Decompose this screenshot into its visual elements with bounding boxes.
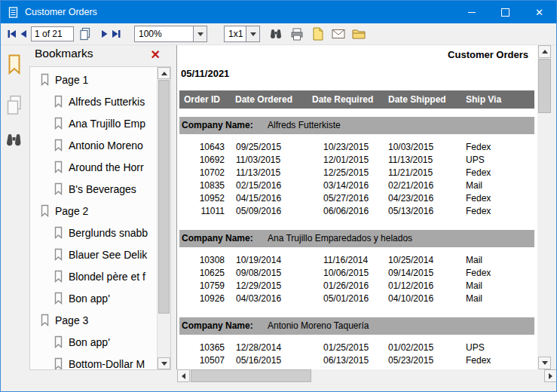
date-required-cell: 12/25/2015: [308, 167, 384, 179]
email-button[interactable]: [332, 26, 345, 41]
bookmark-icon: [54, 335, 63, 348]
layout-dropdown-button[interactable]: [246, 26, 259, 41]
bookmark-company-item[interactable]: Ana Trujillo Emp: [30, 112, 158, 134]
order-row: 1070211/13/201512/25/201511/21/2015Fedex: [179, 167, 534, 179]
bookmark-company-item[interactable]: B's Beverages: [30, 178, 158, 200]
printer-icon: [290, 28, 304, 41]
date-required-cell: 06/13/2015: [308, 354, 384, 367]
date-required-cell: 10/06/2015: [308, 267, 384, 280]
bookmark-icon: [54, 117, 63, 130]
order-row: 1050705/16/201506/13/201505/23/2015Fedex: [179, 354, 534, 367]
first-page-button[interactable]: [7, 26, 17, 41]
export-button[interactable]: [311, 26, 324, 41]
last-page-button[interactable]: [111, 26, 121, 41]
page-layout-value: 1x1: [225, 26, 246, 41]
bookmark-company-item[interactable]: Alfreds Futterkis: [30, 90, 158, 112]
ship-via-cell: Fedex: [461, 167, 534, 179]
order-row: 1092604/03/201605/01/201604/10/2016Mail: [179, 292, 534, 305]
scroll-right-button[interactable]: [544, 369, 557, 382]
bookmark-label: Page 3: [55, 314, 88, 326]
date-shipped-cell: 09/14/2015: [384, 267, 461, 280]
bookmark-page-item[interactable]: Page 3: [30, 309, 158, 331]
scroll-up-button[interactable]: [158, 67, 170, 79]
date-ordered-cell: 04/03/2016: [231, 292, 308, 305]
order-id-cell: 10759: [179, 280, 231, 292]
company-group-band: Company Name:Ana Trujillo Emparedados y …: [179, 230, 534, 247]
company-name-label: Company Name:: [179, 230, 268, 247]
date-ordered-cell: 02/15/2016: [231, 179, 308, 192]
minimize-button[interactable]: [454, 1, 488, 23]
sidebar-tab-search[interactable]: [1, 133, 27, 147]
bookmarks-scrollbar[interactable]: [157, 67, 170, 369]
sidebar-tab-bookmarks[interactable]: [1, 54, 27, 75]
date-required-cell: 06/06/2016: [308, 205, 384, 218]
report-table: Order ID Date Ordered Date Required Date…: [179, 90, 534, 369]
scrollbar-thumb[interactable]: [538, 59, 551, 113]
sidebar-tab-thumbnails[interactable]: [1, 95, 27, 116]
previous-page-button[interactable]: [19, 26, 28, 41]
order-row: 1095204/15/201605/27/201604/23/2016Fedex: [179, 192, 534, 205]
bookmark-company-item[interactable]: Bon app': [30, 331, 158, 353]
report-title: Customer Orders: [448, 49, 528, 60]
copy-page-button[interactable]: [78, 26, 92, 41]
bookmark-company-item[interactable]: Bon app': [30, 287, 158, 309]
pages-icon: [6, 95, 23, 116]
next-page-button[interactable]: [100, 26, 109, 41]
bookmark-company-item[interactable]: Bottom-Dollar M: [30, 353, 158, 369]
window-controls: ✕: [454, 1, 556, 23]
ship-via-cell: Mail: [461, 280, 534, 292]
close-button[interactable]: ✕: [522, 1, 556, 23]
find-button[interactable]: [269, 26, 283, 41]
maximize-icon: [501, 8, 510, 17]
bookmark-company-item[interactable]: Blondel père et f: [30, 265, 158, 287]
bookmarks-panel-title: Bookmarks: [35, 47, 93, 60]
company-name-value: Antonio Moreno Taquería: [268, 317, 369, 335]
bookmark-label: Ana Trujillo Emp: [69, 118, 145, 130]
date-shipped-cell: 02/21/2016: [384, 179, 461, 192]
date-required-cell: 05/01/2016: [308, 292, 384, 305]
bookmarks-close-button[interactable]: ✕: [151, 47, 161, 62]
bookmark-company-item[interactable]: Antonio Moreno: [30, 134, 158, 156]
report-vertical-scrollbar[interactable]: [537, 45, 552, 369]
date-shipped-cell: 04/23/2016: [384, 192, 461, 205]
scrollbar-thumb[interactable]: [191, 369, 311, 382]
bookmarks-tree-container: Page 1Alfreds FutterkisAna Trujillo EmpA…: [29, 66, 171, 370]
scroll-down-button[interactable]: [158, 357, 170, 369]
page-number-input[interactable]: [31, 26, 74, 41]
table-header-row: Order ID Date Ordered Date Required Date…: [179, 90, 534, 109]
date-required-cell: 03/14/2016: [308, 179, 384, 192]
order-id-cell: 10952: [179, 192, 231, 205]
bookmark-page-item[interactable]: Page 1: [30, 69, 158, 90]
order-row: 1062509/08/201510/06/201509/14/2015Fedex: [179, 267, 534, 280]
ship-via-cell: Fedex: [461, 192, 534, 205]
zoom-dropdown-button[interactable]: [193, 26, 207, 41]
scrollbar-thumb[interactable]: [158, 80, 170, 314]
bookmark-company-item[interactable]: Around the Horr: [30, 156, 158, 178]
date-shipped-cell: 04/10/2016: [384, 292, 461, 305]
bookmark-icon: [54, 95, 63, 108]
scroll-left-button[interactable]: [177, 369, 190, 382]
date-ordered-cell: 11/13/2015: [231, 167, 308, 179]
ship-via-cell: Fedex: [461, 205, 534, 218]
sidebar-tab-strip: [1, 45, 27, 391]
scroll-down-button[interactable]: [538, 357, 551, 369]
company-group-band: Company Name:Alfreds Futterkiste: [179, 117, 534, 134]
bookmark-company-item[interactable]: Berglunds snabb: [30, 222, 158, 243]
print-button[interactable]: [290, 26, 304, 41]
bookmark-page-item[interactable]: Page 2: [30, 200, 158, 222]
toolbar: 100% 1x1: [1, 23, 556, 45]
report-horizontal-scrollbar[interactable]: [176, 369, 557, 383]
date-required-cell: 01/26/2016: [308, 280, 384, 292]
order-id-cell: 10308: [179, 254, 231, 267]
bookmark-company-item[interactable]: Blauer See Delik: [30, 243, 158, 265]
scroll-up-button[interactable]: [538, 45, 551, 58]
zoom-combobox[interactable]: 100%: [134, 26, 207, 42]
bookmark-label: Berglunds snabb: [69, 227, 148, 239]
open-file-button[interactable]: [352, 26, 366, 41]
app-icon: [8, 7, 18, 18]
triangle-down-icon: [161, 362, 167, 366]
maximize-button[interactable]: [488, 1, 522, 23]
triangle-up-icon: [161, 72, 167, 75]
next-page-icon: [100, 29, 109, 38]
page-layout-combobox[interactable]: 1x1: [224, 26, 260, 42]
